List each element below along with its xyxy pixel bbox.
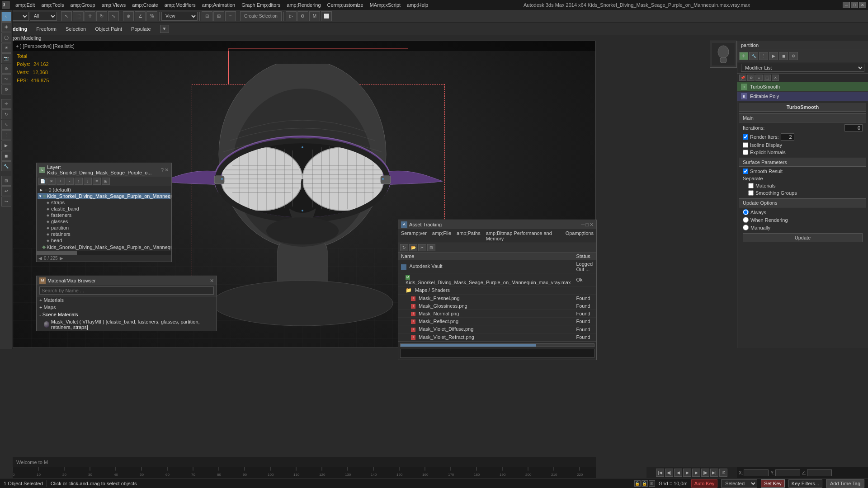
layers-delete-btn[interactable]: ✕	[47, 178, 56, 185]
lock-move-btn[interactable]: 🔒	[642, 480, 648, 487]
manually-row[interactable]: Manually	[739, 224, 866, 231]
tool-shapes[interactable]: ◯	[1, 33, 11, 42]
material-section-scene[interactable]: - Scene Materials	[37, 311, 217, 318]
menu-help[interactable]: amp;Help	[404, 1, 431, 9]
smoothing-check[interactable]	[748, 190, 754, 196]
next-frame-btn[interactable]: ▶	[692, 469, 700, 477]
toolbar2-options[interactable]: ▼	[160, 25, 169, 33]
mini-viewport[interactable]	[710, 41, 737, 68]
tool-hierarchy[interactable]: ⋮	[1, 130, 11, 140]
menu-customize[interactable]: Cermp;ustomize	[325, 1, 366, 9]
table-row[interactable]: 📁 Maps / Shaders	[398, 286, 596, 295]
smooth-result-check[interactable]	[743, 169, 748, 174]
layers-scrollbar-thumb[interactable]	[37, 251, 77, 255]
when-rendering-radio[interactable]	[743, 217, 749, 223]
right-icon-motion[interactable]: ▶	[769, 52, 778, 60]
isoline-row[interactable]: Isoline Display	[739, 141, 866, 149]
manually-radio[interactable]	[743, 225, 749, 230]
menu-rendering[interactable]: amp;Rendering	[284, 1, 323, 9]
tool-undo[interactable]: ↩	[1, 186, 11, 196]
asset-menu-paths[interactable]: amp;Paths	[456, 230, 481, 242]
explicit-normals-row[interactable]: Explicit Normals	[739, 149, 866, 156]
always-row[interactable]: Always	[739, 208, 866, 216]
right-icon-utilities[interactable]: ⚙	[789, 52, 798, 60]
material-section-maps[interactable]: + Maps	[37, 304, 217, 311]
z-coord-input[interactable]	[807, 469, 832, 476]
iterations-input[interactable]	[844, 124, 863, 131]
right-icon-create[interactable]: ✛	[739, 52, 748, 60]
layers-select-btn[interactable]: ≡	[93, 178, 101, 185]
table-row[interactable]: i Mask_Normal.png Found	[398, 310, 596, 318]
tool-create[interactable]: ✚	[1, 22, 11, 32]
select-btn[interactable]: ↖	[61, 11, 72, 21]
menu-maxscript[interactable]: MAmp;xScript	[367, 1, 403, 9]
modifier-list-select[interactable]: Modifier List	[741, 64, 864, 72]
close-btn[interactable]: ✕	[859, 2, 866, 8]
table-row[interactable]: i Mask_Violet_Diffuse.png Found	[398, 325, 596, 333]
tool-helpers[interactable]: ⊕	[1, 64, 11, 74]
asset-refresh-btn[interactable]: ↻	[400, 244, 408, 251]
lock-selection-btn[interactable]: 🔒	[634, 480, 641, 487]
autokey-button[interactable]: Auto Key	[691, 479, 718, 488]
menu-views[interactable]: amp;Views	[99, 1, 129, 9]
right-icon-modify[interactable]: 🔧	[749, 52, 758, 60]
render-iters-input[interactable]	[781, 133, 794, 141]
key-filters-button[interactable]: Key Filters...	[788, 479, 822, 488]
stack-instance-btn[interactable]: ≡	[755, 75, 763, 81]
asset-path-btn[interactable]: 📂	[409, 244, 417, 251]
layer-item-elastic[interactable]: ◆ elastic_band	[38, 206, 170, 212]
tab-populate[interactable]: Populate	[129, 25, 152, 33]
layers-down-btn[interactable]: ↓	[84, 178, 92, 185]
menu-modifiers[interactable]: amp;Modifiers	[162, 1, 198, 9]
asset-close-btn[interactable]: ✕	[590, 222, 594, 228]
snap-btn[interactable]: ⊕	[123, 11, 134, 21]
x-coord-input[interactable]	[744, 469, 769, 476]
tool-select[interactable]: ↖	[1, 12, 11, 22]
select-region-btn[interactable]: ⬚	[73, 11, 84, 21]
isoline-check[interactable]	[743, 142, 748, 148]
layer-btn[interactable]: ≡	[225, 11, 236, 21]
materials-row[interactable]: Materials	[739, 182, 866, 189]
layer-item-head[interactable]: ◆ head	[38, 237, 170, 244]
materials-check[interactable]	[748, 183, 754, 188]
next-key-btn[interactable]: |▶	[701, 469, 709, 477]
smoothing-groups-row[interactable]: Smoothing Groups	[739, 189, 866, 197]
tool-rotate[interactable]: ↻	[1, 109, 11, 119]
lock-grid-btn[interactable]: ⊞	[649, 480, 655, 487]
stack-configure-btn[interactable]: ⚙	[747, 75, 755, 81]
menu-create[interactable]: amp;Create	[129, 1, 160, 9]
modifier-turbosmooth[interactable]: T TurboSmooth	[737, 82, 868, 92]
move-btn[interactable]: ✛	[85, 11, 95, 21]
layers-close-btn[interactable]: ✕	[165, 167, 169, 173]
type-dropdown[interactable]: All	[30, 12, 57, 21]
material-item-mask-violet[interactable]: Mask_Violet ( VRayMtl ) [elastic_band, f…	[37, 318, 217, 331]
tool-cameras[interactable]: 📷	[1, 53, 11, 63]
tool-move[interactable]: ✛	[1, 99, 11, 109]
tool-snap[interactable]: ⊞	[1, 176, 11, 186]
asset-view-btn[interactable]: ⊞	[427, 244, 435, 251]
render-setup-btn[interactable]: ⚙	[297, 11, 308, 21]
timeline-track[interactable]: 0 10 20 30 40 50 60 70 80 90 100 110 120	[13, 467, 596, 478]
percent-snap-btn[interactable]: %	[146, 11, 157, 21]
minimize-btn[interactable]: ─	[843, 2, 850, 8]
update-button[interactable]: Update	[743, 233, 863, 242]
go-end-btn[interactable]: ▶|	[710, 469, 718, 477]
tool-utilities[interactable]: 🔧	[1, 161, 11, 171]
layer-item-default[interactable]: ▶ ≡ 0 (default)	[38, 187, 170, 193]
material-editor-btn[interactable]: M	[309, 11, 320, 21]
layers-up-btn[interactable]: ↑	[75, 178, 83, 185]
material-section-materials[interactable]: + Materials	[37, 296, 217, 304]
asset-menu-file[interactable]: amp;File	[431, 230, 452, 242]
tool-systems[interactable]: ⚙	[1, 84, 11, 94]
tool-redo[interactable]: ↪	[1, 197, 11, 206]
layer-item-main[interactable]: ◆ Kids_Snorkel_Diving_Mask_Seage_Purple_…	[38, 244, 170, 250]
stack-remove-btn[interactable]: ✕	[772, 75, 779, 81]
render-frame-btn[interactable]: ⬜	[321, 11, 332, 21]
menu-tools[interactable]: amp;Tools	[38, 1, 66, 9]
prev-page-btn[interactable]: ◀	[38, 256, 42, 261]
asset-menu-server[interactable]: Seramp;ver	[400, 230, 428, 242]
render-iters-check[interactable]	[743, 134, 748, 140]
tab-freeform[interactable]: Freeform	[34, 25, 58, 33]
menu-graph-editors[interactable]: Graph Emp;ditors	[239, 1, 283, 9]
table-row[interactable]: i Mask_Reflect.png Found	[398, 318, 596, 325]
